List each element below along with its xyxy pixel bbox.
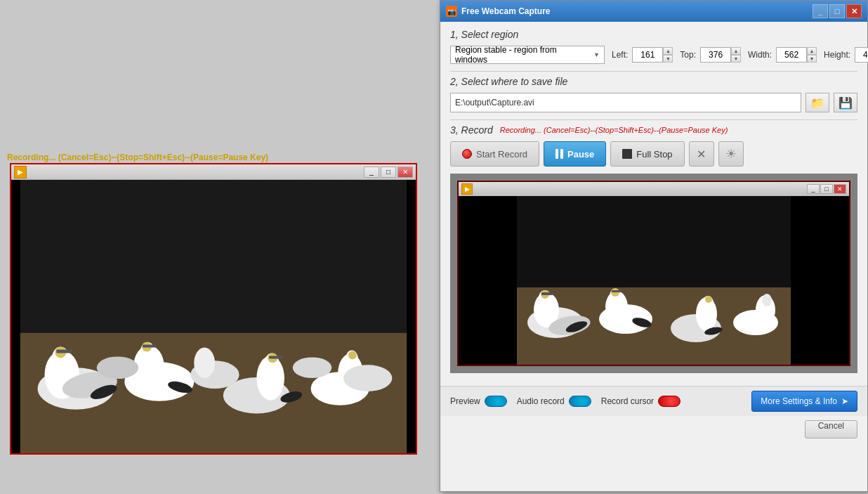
small-play-icon: ▶ [461, 183, 473, 195]
preview-window: ▶ _ □ ✕ [10, 163, 417, 455]
stop-square-icon [622, 149, 632, 159]
preview-toggle-group: Preview [450, 396, 507, 407]
record-status-text: Recording... (Cancel=Esc)--(Stop=Shift+E… [500, 126, 728, 134]
svg-rect-17 [269, 356, 282, 358]
height-label: Height: [824, 50, 850, 60]
top-coord-group: 376 ▲ ▼ [700, 47, 741, 63]
svg-point-23 [348, 351, 357, 359]
dropdown-arrow-icon: ▼ [593, 51, 600, 58]
preview-label: Preview [450, 396, 480, 406]
start-record-label: Start Record [476, 149, 527, 160]
audio-record-toggle[interactable] [569, 396, 591, 407]
svg-point-19 [194, 348, 215, 379]
fullstop-button[interactable]: Full Stop [610, 141, 684, 167]
more-settings-label: More Settings & Info [761, 396, 837, 406]
small-close-button[interactable]: ✕ [834, 184, 846, 194]
more-settings-button[interactable]: More Settings & Info ➤ [751, 391, 857, 412]
svg-rect-36 [541, 292, 553, 295]
top-label: Top: [680, 50, 696, 60]
minimize-button[interactable]: _ [364, 167, 379, 178]
region-dropdown-value: Region stable - region from windows [455, 45, 588, 65]
left-coord-group: 161 ▲ ▼ [632, 47, 673, 63]
svg-rect-12 [143, 345, 157, 348]
cursor-toggle-group: Record cursor [601, 396, 680, 407]
preview-window-titlebar: ▶ _ □ ✕ [11, 164, 416, 180]
top-value[interactable]: 376 [700, 47, 731, 63]
section2-title: 2, Select where to save file [450, 76, 857, 87]
dialog-preview-titlebar: ▶ _ □ ✕ [459, 182, 849, 196]
left-up-button[interactable]: ▲ [663, 47, 673, 55]
sun-icon: ☀ [725, 146, 737, 162]
section3-header: 3, Record Recording... (Cancel=Esc)--(St… [450, 124, 857, 136]
title-left: 📷 Free Webcam Capture [446, 6, 551, 17]
svg-point-49 [762, 294, 772, 306]
svg-point-46 [705, 296, 712, 303]
width-label: Width: [748, 50, 772, 60]
dialog-title: Free Webcam Capture [461, 6, 551, 16]
save-button[interactable]: 💾 [834, 93, 857, 112]
bottom-controls: Preview Audio record Record cursor More … [440, 386, 867, 416]
svg-rect-6 [56, 350, 72, 353]
dialog-birds-scene-svg [459, 196, 849, 365]
width-up-button[interactable]: ▲ [807, 47, 817, 55]
section1-title: 1, Select region [450, 29, 857, 40]
section1-row: Region stable - region from windows ▼ Le… [450, 46, 857, 64]
titlebar-maximize-button[interactable]: □ [829, 4, 845, 18]
svg-point-26 [343, 365, 392, 391]
left-value[interactable]: 161 [632, 47, 663, 63]
left-down-button[interactable]: ▼ [663, 55, 673, 63]
preview-toggle[interactable] [485, 396, 507, 407]
height-value[interactable]: 415 [855, 47, 868, 63]
region-dropdown[interactable]: Region stable - region from windows ▼ [450, 46, 605, 64]
maximize-button[interactable]: □ [381, 167, 396, 178]
top-down-button[interactable]: ▼ [731, 55, 741, 63]
record-cursor-toggle[interactable] [658, 396, 680, 407]
file-path-input[interactable] [450, 93, 801, 112]
top-spinner[interactable]: ▲ ▼ [731, 47, 741, 63]
record-dot-icon [462, 149, 472, 159]
browse-folder-button[interactable]: 📁 [805, 93, 829, 112]
width-down-button[interactable]: ▼ [807, 55, 817, 63]
width-spinner[interactable]: ▲ ▼ [807, 47, 817, 63]
section3-title: 3, Record [450, 124, 493, 136]
preview-window-controls[interactable]: _ □ ✕ [364, 167, 413, 178]
dialog-preview-area: ▶ _ □ ✕ [450, 174, 857, 373]
pause-bar-2 [560, 149, 563, 159]
bottom-action-row: Cancel [440, 416, 867, 444]
app-icon: 📷 [446, 6, 457, 17]
pause-bar-1 [555, 149, 558, 159]
titlebar-close-button[interactable]: ✕ [846, 4, 862, 18]
small-restore-button[interactable]: □ [820, 184, 833, 194]
titlebar-minimize-button[interactable]: _ [813, 4, 828, 18]
x-icon: ✕ [697, 148, 706, 161]
left-label: Left: [612, 50, 628, 60]
small-win-controls[interactable]: _ □ ✕ [807, 184, 846, 194]
dialog-preview-inner: ▶ _ □ ✕ [457, 181, 850, 366]
top-up-button[interactable]: ▲ [731, 47, 741, 55]
pause-icon [555, 149, 563, 159]
x-button[interactable]: ✕ [689, 141, 714, 167]
width-value[interactable]: 562 [776, 47, 807, 63]
pause-label: Pause [567, 149, 594, 160]
height-coord-group: 415 ▲ ▼ [855, 47, 868, 63]
record-cursor-label: Record cursor [601, 396, 654, 406]
preview-image-area [11, 180, 416, 453]
start-record-button[interactable]: Start Record [450, 141, 539, 167]
pause-button[interactable]: Pause [544, 141, 606, 167]
small-minimize-button[interactable]: _ [807, 184, 820, 194]
titlebar-controls[interactable]: _ □ ✕ [813, 4, 862, 18]
left-spinner[interactable]: ▲ ▼ [663, 47, 673, 63]
dialog-titlebar: 📷 Free Webcam Capture _ □ ✕ [440, 1, 867, 22]
dialog-preview-image [459, 196, 849, 365]
play-icon: ▶ [14, 166, 27, 178]
width-coord-group: 562 ▲ ▼ [776, 47, 817, 63]
audio-toggle-group: Audio record [517, 396, 591, 407]
arrow-icon: ➤ [841, 396, 848, 406]
brightness-button[interactable]: ☀ [718, 141, 744, 167]
free-webcam-capture-dialog: 📷 Free Webcam Capture _ □ ✕ 1, Select re… [440, 0, 868, 492]
section-divider-1 [450, 71, 857, 72]
cancel-button[interactable]: Cancel [805, 420, 857, 438]
close-button[interactable]: ✕ [397, 167, 413, 178]
svg-point-25 [293, 357, 331, 378]
dialog-content: 1, Select region Region stable - region … [440, 22, 867, 386]
